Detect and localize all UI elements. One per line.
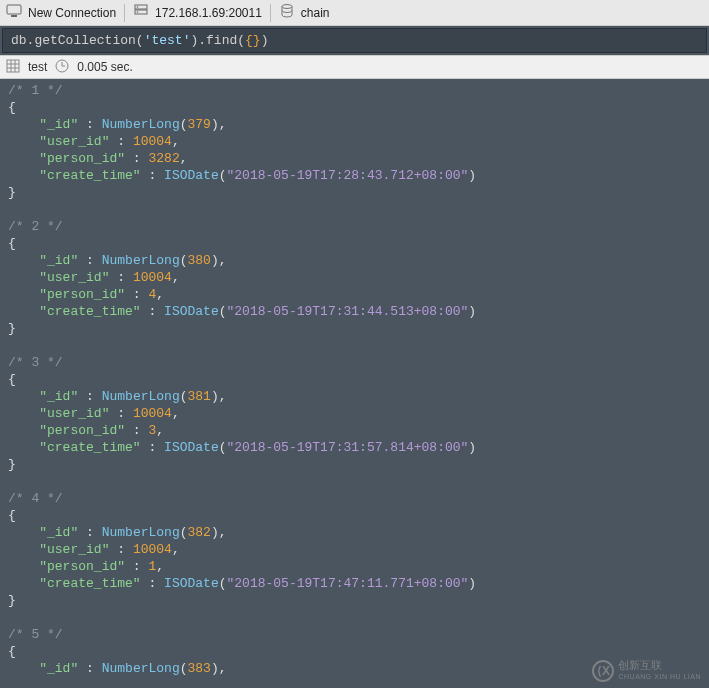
results-panel[interactable]: /* 1 */ { "_id" : NumberLong(379), "user… [0, 79, 709, 687]
watermark-icon: ⟨X [592, 660, 614, 682]
svg-point-4 [137, 6, 139, 8]
watermark-text2: CHUANG XIN HU LIAN [618, 671, 701, 682]
status-bar: test 0.005 sec. [0, 55, 709, 79]
table-icon [6, 59, 20, 76]
db-label[interactable]: chain [301, 6, 330, 20]
server-icon [133, 3, 149, 22]
watermark-text1: 创新互联 [618, 660, 701, 671]
host-label[interactable]: 172.168.1.69:20011 [155, 6, 262, 20]
collection-name: test [28, 60, 47, 74]
separator [270, 4, 271, 22]
clock-icon [55, 59, 69, 76]
svg-rect-0 [7, 5, 21, 14]
connection-toolbar: New Connection 172.168.1.69:20011 chain [0, 0, 709, 26]
svg-point-5 [137, 11, 139, 13]
svg-rect-1 [11, 15, 17, 17]
computer-icon [6, 3, 22, 22]
connection-label[interactable]: New Connection [28, 6, 116, 20]
watermark: ⟨X 创新互联 CHUANG XIN HU LIAN [592, 660, 701, 682]
svg-point-6 [282, 5, 292, 9]
query-input[interactable]: db.getCollection('test').find({}) [2, 28, 707, 53]
exec-time: 0.005 sec. [77, 60, 132, 74]
svg-rect-7 [7, 60, 19, 72]
separator [124, 4, 125, 22]
database-icon [279, 3, 295, 22]
